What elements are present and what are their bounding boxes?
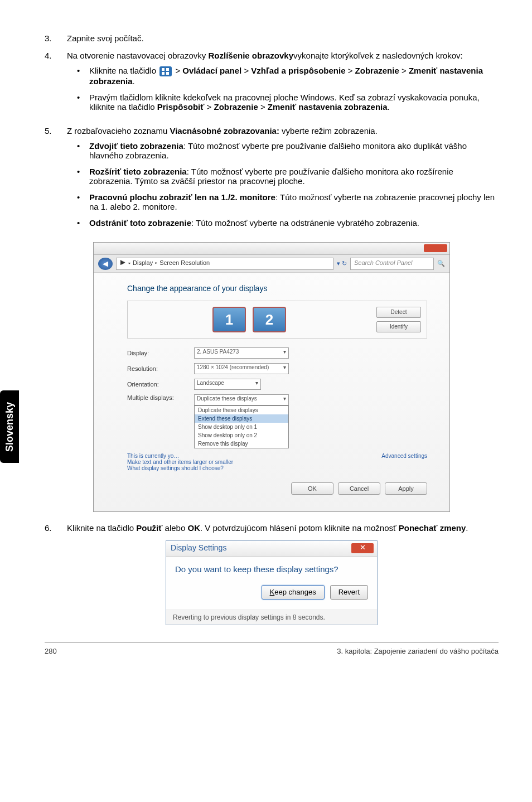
display-select[interactable]: 2. ASUS PA4273 bbox=[194, 347, 289, 359]
t: Ponechať zmeny bbox=[399, 523, 466, 533]
bullet: • bbox=[67, 192, 89, 211]
step-4-text-a: Na otvorenie nastavovacej obrazovky bbox=[67, 51, 208, 60]
step-6-num: 6. bbox=[45, 523, 67, 533]
t: > bbox=[204, 102, 214, 112]
step-4-sub2: Pravým tlačidlom kliknite kdekoľvek na p… bbox=[89, 93, 499, 112]
back-button[interactable]: ◀ bbox=[98, 258, 113, 270]
step-4-text-b: vykonajte ktorýkoľvek z nasledovných kro… bbox=[293, 51, 463, 60]
search-input[interactable]: Search Control Panel bbox=[350, 258, 434, 270]
apply-button[interactable]: Apply bbox=[385, 482, 427, 495]
t: Zmeniť nastavenia zobrazenia bbox=[268, 102, 388, 112]
search-icon: 🔍 bbox=[437, 260, 445, 267]
dialog-titlebar: Display Settings ✕ bbox=[166, 541, 377, 557]
monitor-2[interactable]: 2 bbox=[253, 307, 286, 332]
opt-remove: Odstrániť toto zobrazenie: Túto možnosť … bbox=[89, 218, 499, 228]
t: > bbox=[399, 66, 409, 75]
link-help[interactable]: What display settings should I choose? bbox=[127, 465, 233, 471]
t: Vzhľad a prispôsobenie bbox=[251, 66, 345, 75]
detect-button[interactable]: Detect bbox=[376, 307, 421, 318]
step-4-num: 4. bbox=[45, 51, 67, 118]
page-heading: Change the appearance of your displays bbox=[127, 284, 427, 293]
ok-button[interactable]: OK bbox=[291, 482, 333, 495]
note-current-display: This is currently yo… bbox=[127, 453, 233, 459]
orientation-label: Orientation: bbox=[127, 381, 188, 388]
kc-rest: eep changes bbox=[274, 588, 316, 596]
step-4-bold: Rozlíšenie obrazovky bbox=[208, 51, 293, 60]
t: . V potvrdzujúcom hlásení potom kliknite… bbox=[200, 523, 399, 533]
multiple-displays-label: Multiple displays: bbox=[127, 394, 188, 401]
screen-resolution-window: ◀ ⯈ ▾ Display ▸ Screen Resolution ▾ ↻ Se… bbox=[93, 242, 450, 512]
step-3-text: Zapnite svoj počítač. bbox=[67, 33, 499, 43]
step-3: 3. Zapnite svoj počítač. bbox=[45, 33, 499, 43]
opt-show-only: Pracovnú plochu zobraziť len na 1./2. mo… bbox=[89, 192, 499, 211]
dialog-question: Do you want to keep these display settin… bbox=[175, 564, 368, 574]
multiple-displays-select[interactable]: Duplicate these displays bbox=[194, 394, 289, 405]
t: Viacnásobné zobrazovania: bbox=[170, 126, 279, 136]
t: Kliknite na tlačidlo bbox=[67, 523, 136, 533]
link-text-size[interactable]: Make text and other items larger or smal… bbox=[127, 459, 233, 465]
t: vyberte režim zobrazenia. bbox=[279, 126, 378, 136]
t: . bbox=[133, 76, 135, 86]
opt-extend: Rozšíriť tieto zobrazenia: Túto možnosť … bbox=[89, 167, 499, 186]
bullet: • bbox=[67, 93, 89, 112]
windows-start-icon bbox=[159, 66, 172, 76]
window-titlebar bbox=[94, 243, 449, 255]
t: Kliknite na tlačidlo bbox=[89, 66, 158, 75]
t: Odstrániť toto zobrazenie bbox=[89, 218, 191, 228]
dialog-title: Display Settings bbox=[171, 543, 226, 552]
display-label: Display: bbox=[127, 350, 188, 356]
step-4-sub1: Kliknite na tlačidlo > Ovládací panel > … bbox=[89, 66, 499, 86]
t: Zobrazenie bbox=[214, 102, 258, 112]
page-footer: 280 3. kapitola: Zapojenie zariadení do … bbox=[45, 642, 499, 655]
step-5-num: 5. bbox=[45, 126, 67, 234]
orientation-select[interactable]: Landscape bbox=[194, 379, 261, 390]
t: Rozšíriť tieto zobrazenia bbox=[89, 167, 187, 176]
t: : Túto možnosť vyberte na odstránenie vy… bbox=[191, 218, 419, 228]
page-number: 280 bbox=[45, 647, 57, 655]
multiple-displays-dropdown: Duplicate these displays Extend these di… bbox=[194, 405, 289, 448]
t: > bbox=[346, 66, 355, 75]
t: > bbox=[173, 66, 182, 75]
chapter-title: 3. kapitola: Zapojenie zariadení do vášh… bbox=[337, 647, 499, 655]
t: > bbox=[258, 102, 268, 112]
t: OK bbox=[187, 523, 200, 533]
dd-option-extend[interactable]: Extend these displays bbox=[195, 414, 288, 423]
language-tab: Slovensky bbox=[0, 390, 19, 463]
bullet: • bbox=[67, 218, 89, 228]
revert-button[interactable]: Revert bbox=[330, 585, 368, 600]
t: alebo bbox=[162, 523, 187, 533]
step-3-num: 3. bbox=[45, 33, 67, 43]
cancel-button[interactable]: Cancel bbox=[338, 482, 380, 495]
resolution-select[interactable]: 1280 × 1024 (recommended) bbox=[194, 363, 289, 374]
bullet: • bbox=[67, 141, 89, 160]
t: > bbox=[241, 66, 251, 75]
step-4: 4. Na otvorenie nastavovacej obrazovky R… bbox=[45, 51, 499, 118]
close-icon[interactable] bbox=[424, 244, 447, 252]
monitor-1[interactable]: 1 bbox=[212, 307, 246, 332]
t: Zobrazenie bbox=[355, 66, 399, 75]
window-nav: ◀ ⯈ ▾ Display ▸ Screen Resolution ▾ ↻ Se… bbox=[94, 255, 449, 273]
t: . bbox=[388, 102, 390, 112]
t: Pracovnú plochu zobraziť len na 1./2. mo… bbox=[89, 192, 275, 202]
bullet: • bbox=[67, 66, 89, 86]
identify-button[interactable]: Identify bbox=[376, 321, 421, 332]
t: Zdvojiť tieto zobrazenia bbox=[89, 141, 183, 151]
advanced-settings-link[interactable]: Advanced settings bbox=[381, 453, 427, 471]
t: Použiť bbox=[136, 523, 162, 533]
opt-duplicate: Zdvojiť tieto zobrazenia: Túto možnosť v… bbox=[89, 141, 499, 160]
dd-option-only1[interactable]: Show desktop only on 1 bbox=[195, 423, 288, 431]
t: Prispôsobiť bbox=[157, 102, 205, 112]
close-icon[interactable]: ✕ bbox=[351, 543, 374, 553]
display-settings-dialog: Display Settings ✕ Do you want to keep t… bbox=[166, 540, 378, 625]
resolution-label: Resolution: bbox=[127, 365, 188, 372]
t: . bbox=[466, 523, 468, 533]
keep-changes-button[interactable]: Keep changes bbox=[262, 585, 325, 600]
bullet: • bbox=[67, 167, 89, 186]
breadcrumb[interactable]: ⯈ ▾ Display ▸ Screen Resolution bbox=[116, 258, 333, 270]
step-6: 6. Kliknite na tlačidlo Použiť alebo OK.… bbox=[45, 523, 499, 533]
dd-option-duplicate[interactable]: Duplicate these displays bbox=[195, 406, 288, 414]
dd-option-only2[interactable]: Show desktop only on 2 bbox=[195, 431, 288, 439]
step-5: 5. Z rozbaľovacieho zoznamu Viacnásobné … bbox=[45, 126, 499, 234]
dialog-footer: Reverting to previous display settings i… bbox=[166, 610, 377, 625]
dd-option-remove[interactable]: Remove this display bbox=[195, 439, 288, 448]
